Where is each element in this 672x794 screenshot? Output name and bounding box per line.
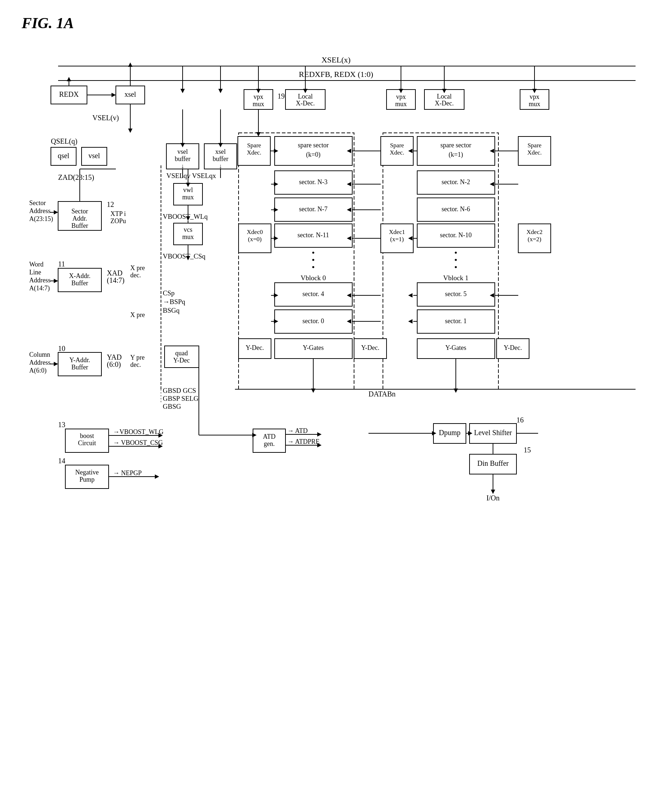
- svg-text:sector. N-11: sector. N-11: [298, 231, 329, 239]
- svg-text:X-Dec.: X-Dec.: [435, 99, 454, 107]
- diagram-svg: XSEL(x) REDXFB, REDX (1:0) REDX xsel: [22, 43, 650, 765]
- svg-text:↓: ↓: [181, 162, 184, 170]
- svg-text:vwl: vwl: [183, 186, 193, 194]
- svg-text:vsel: vsel: [178, 148, 188, 155]
- svg-text:Xdec.: Xdec.: [247, 149, 261, 156]
- svg-text:Y-Gates: Y-Gates: [445, 344, 466, 351]
- svg-text:GBSG: GBSG: [163, 403, 181, 410]
- svg-text:sector. 1: sector. 1: [445, 318, 467, 325]
- svg-text:qsel: qsel: [58, 152, 70, 160]
- svg-text:(x=1): (x=1): [390, 236, 404, 243]
- svg-text:Pump: Pump: [79, 476, 94, 483]
- svg-marker-254: [454, 388, 458, 393]
- svg-text:12: 12: [107, 201, 114, 209]
- svg-text:Xdec.: Xdec.: [527, 149, 542, 156]
- svg-text:vpx: vpx: [530, 93, 539, 100]
- svg-text:DATABn: DATABn: [368, 390, 395, 398]
- svg-text:13: 13: [58, 421, 65, 428]
- svg-text:10: 10: [58, 345, 65, 353]
- svg-text:Xdec2: Xdec2: [526, 229, 542, 236]
- svg-text:sector. 4: sector. 4: [302, 290, 324, 298]
- svg-marker-140: [256, 132, 261, 136]
- svg-text:mux: mux: [395, 100, 407, 107]
- svg-text:Address: Address: [29, 277, 51, 284]
- svg-text:VBOOST_CSq: VBOOST_CSq: [163, 252, 206, 260]
- svg-text:sector. 5: sector. 5: [445, 290, 467, 298]
- svg-text:Vblock 1: Vblock 1: [443, 274, 469, 282]
- svg-text:→ NEPGP: → NEPGP: [113, 469, 142, 476]
- svg-text:Circuit: Circuit: [78, 440, 96, 447]
- svg-text:Y-Dec.: Y-Dec.: [361, 344, 379, 351]
- svg-text:X pre: X pre: [130, 264, 145, 271]
- svg-text:(14:7): (14:7): [107, 276, 125, 284]
- svg-text:→ ATD: → ATD: [287, 427, 308, 435]
- svg-text:(x=2): (x=2): [528, 236, 541, 243]
- svg-text:QSEL(q): QSEL(q): [51, 137, 77, 146]
- svg-text:Y-Addr.: Y-Addr.: [69, 356, 90, 364]
- svg-text:sector. N-6: sector. N-6: [442, 205, 470, 213]
- svg-text:XAD: XAD: [107, 269, 122, 277]
- svg-text:15: 15: [524, 446, 531, 454]
- svg-text:CSp: CSp: [163, 289, 175, 297]
- svg-text:gen.: gen.: [264, 440, 275, 448]
- svg-text:spare sector: spare sector: [440, 141, 471, 149]
- svg-text:Level Shifter: Level Shifter: [474, 428, 512, 436]
- svg-marker-288: [408, 319, 413, 324]
- svg-text:vpx: vpx: [254, 93, 264, 100]
- svg-text:ZAD(23:15): ZAD(23:15): [58, 173, 94, 181]
- svg-text:ZOPu: ZOPu: [110, 217, 126, 225]
- svg-text:xsel: xsel: [125, 90, 136, 98]
- svg-marker-11: [128, 63, 133, 67]
- svg-text:vpx: vpx: [396, 93, 406, 100]
- svg-text:spare sector: spare sector: [298, 141, 328, 149]
- svg-text:Din Buffer: Din Buffer: [477, 459, 509, 467]
- svg-text:sector. 0: sector. 0: [302, 318, 324, 325]
- svg-text:Xdec1: Xdec1: [389, 229, 405, 236]
- page: FIG. 1A XSEL(x) REDXFB, REDX (1:0) REDX …: [0, 0, 672, 794]
- svg-text:I/On: I/On: [486, 494, 500, 502]
- svg-text:Dpump: Dpump: [439, 428, 461, 437]
- svg-text:xsel: xsel: [216, 148, 226, 155]
- svg-text:(6:0): (6:0): [107, 360, 121, 369]
- svg-text:Line: Line: [29, 269, 41, 276]
- svg-text:REDXFB, REDX (1:0): REDXFB, REDX (1:0): [299, 70, 373, 79]
- svg-text:Buffer: Buffer: [72, 364, 88, 371]
- svg-text:X pre: X pre: [130, 311, 145, 318]
- svg-marker-286: [408, 293, 413, 298]
- svg-text:Buffer: Buffer: [72, 279, 88, 287]
- svg-text:(k=1): (k=1): [449, 151, 463, 159]
- svg-text:mux: mux: [253, 100, 264, 107]
- svg-text:•: •: [312, 263, 315, 272]
- svg-text:dec.: dec.: [130, 271, 141, 279]
- svg-text:Buffer: Buffer: [72, 222, 88, 229]
- svg-text:↓: ↓: [219, 162, 222, 170]
- svg-text:Xdec.: Xdec.: [390, 149, 404, 156]
- svg-marker-109: [155, 475, 159, 479]
- svg-text:Column: Column: [29, 351, 50, 358]
- svg-marker-132: [491, 489, 495, 494]
- svg-marker-54: [54, 362, 58, 366]
- svg-text:Spare: Spare: [390, 142, 404, 149]
- svg-text:Y-Dec.: Y-Dec.: [246, 344, 264, 351]
- svg-text:Negative: Negative: [75, 469, 99, 476]
- svg-text:→VBOOST_WLG: →VBOOST_WLG: [113, 428, 163, 435]
- svg-text:GBSP SELG: GBSP SELG: [163, 395, 198, 402]
- diagram-container: XSEL(x) REDXFB, REDX (1:0) REDX xsel: [22, 43, 650, 765]
- svg-text:11: 11: [58, 260, 65, 268]
- figure-title: FIG. 1A: [22, 14, 650, 32]
- svg-text:Xdec0: Xdec0: [247, 229, 263, 236]
- svg-text:Spare: Spare: [247, 142, 261, 149]
- svg-text:Addr.: Addr.: [72, 215, 87, 222]
- svg-text:Local: Local: [298, 93, 313, 100]
- svg-text:VSELqv VSELqx: VSELqv VSELqx: [166, 172, 216, 180]
- svg-marker-13: [67, 77, 71, 81]
- svg-text:mux: mux: [529, 100, 540, 107]
- svg-text:XSEL(x): XSEL(x): [322, 55, 351, 64]
- svg-text:Address: Address: [29, 207, 51, 215]
- svg-text:16: 16: [517, 416, 524, 424]
- svg-text:Y-Dec.: Y-Dec.: [504, 344, 522, 351]
- svg-text:REDX: REDX: [59, 90, 79, 98]
- svg-text:→ ATDPRE: → ATDPRE: [287, 438, 320, 445]
- svg-text:(x=0): (x=0): [248, 236, 262, 243]
- svg-marker-252: [311, 388, 315, 393]
